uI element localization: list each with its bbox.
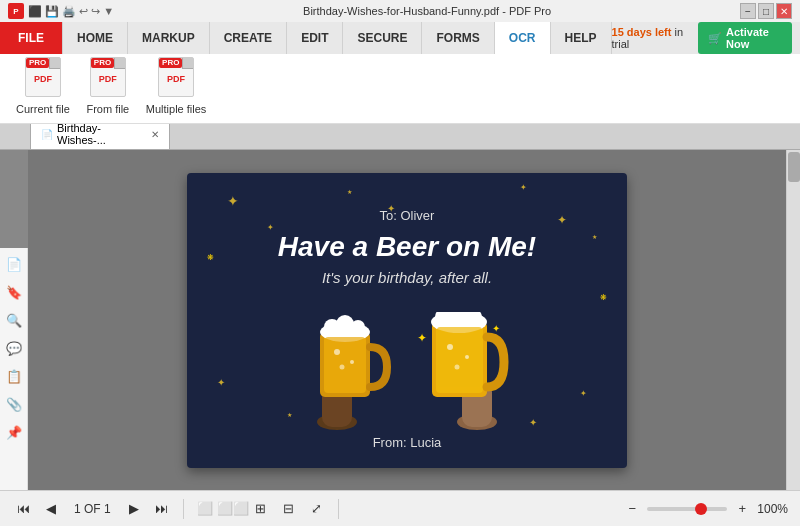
document-tab[interactable]: 📄 Birthday-Wishes-... ✕ [30, 124, 170, 149]
pdf-from-text: From: Lucia [373, 435, 442, 450]
zoom-controls: − + 100% [621, 498, 788, 520]
document-canvas: ✦ ✦ ★ ✦ ✦ ✦ ★ ✦ ★ ✦ ✦ ❋ ❋ To: Oliver Hav… [28, 150, 786, 490]
sparkle-3: ★ [347, 188, 352, 195]
title-bar: P ⬛ 💾 🖨️ ↩ ↪ ▼ Birthday-Wishes-for-Husba… [0, 0, 800, 22]
from-file-icon: PRO PDF [86, 55, 130, 99]
main-area: 📄 🔖 🔍 💬 📋 📎 📌 📄 Birthday-Wishes-... ✕ ✦ … [0, 124, 800, 490]
svg-text:✦: ✦ [417, 331, 427, 345]
svg-text:✦: ✦ [492, 323, 500, 334]
svg-rect-8 [325, 337, 365, 387]
minimize-button[interactable]: − [740, 3, 756, 19]
sparkle-1: ✦ [227, 193, 239, 209]
doc-tab-close-button[interactable]: ✕ [151, 129, 159, 140]
cart-icon: 🛒 [708, 32, 722, 45]
svg-point-22 [465, 355, 469, 359]
bottom-toolbar: ⏮ ◀ 1 OF 1 ▶ ⏭ ⬜ ⬜⬜ ⊞ ⊟ ⤢ − + 100% [0, 490, 800, 526]
sparkle-7: ★ [592, 233, 597, 240]
pdf-to-text: To: Oliver [278, 208, 536, 223]
prev-page-button[interactable]: ◀ [40, 498, 62, 520]
sparkle-5: ✦ [520, 183, 527, 192]
ribbon: FILE HOME MARKUP CREATE EDIT SECURE FORM… [0, 22, 800, 125]
tab-bar: FILE HOME MARKUP CREATE EDIT SECURE FORM… [0, 22, 800, 54]
scroll-thumb[interactable] [788, 152, 800, 182]
svg-point-6 [336, 315, 354, 333]
window-controls[interactable]: − □ ✕ [740, 3, 792, 19]
tab-ocr[interactable]: OCR [495, 22, 551, 54]
sparkle-10: ✦ [580, 389, 587, 398]
app-title: Birthday-Wishes-for-Husband-Funny.pdf - … [114, 5, 740, 17]
pdf-title-text: Have a Beer on Me! [278, 231, 536, 263]
sidebar-bookmark-icon[interactable]: 🔖 [4, 282, 24, 302]
sparkle-13: ❋ [600, 293, 607, 302]
separator-2 [338, 499, 339, 519]
sidebar-comment-icon[interactable]: 💬 [4, 338, 24, 358]
trial-days: 15 days left in trial [612, 26, 690, 50]
svg-point-9 [334, 349, 340, 355]
tab-home[interactable]: HOME [63, 22, 128, 54]
zoom-thumb[interactable] [695, 503, 707, 515]
sparkle-11: ✦ [529, 417, 537, 428]
fit-page-button[interactable]: ⤢ [306, 498, 328, 520]
sidebar-layers-icon[interactable]: 📋 [4, 366, 24, 386]
doc-tab-label: Birthday-Wishes-... [57, 124, 143, 146]
activate-button[interactable]: 🛒 Activate Now [698, 22, 792, 54]
sparkle-8: ✦ [217, 377, 225, 388]
tab-markup[interactable]: MARKUP [128, 22, 210, 54]
zoom-out-button[interactable]: − [621, 498, 643, 520]
tab-secure[interactable]: SECURE [343, 22, 422, 54]
svg-point-7 [351, 320, 365, 334]
tab-create[interactable]: CREATE [210, 22, 287, 54]
sidebar-page-icon[interactable]: 📄 [4, 254, 24, 274]
svg-point-21 [447, 344, 453, 350]
title-bar-left: P ⬛ 💾 🖨️ ↩ ↪ ▼ [8, 3, 114, 19]
beer-illustration: ✦ ✦ [302, 312, 512, 432]
close-button[interactable]: ✕ [776, 3, 792, 19]
ocr-toolbar: PRO PDF Current file PRO PDF From file P… [0, 54, 800, 124]
last-page-button[interactable]: ⏭ [151, 498, 173, 520]
single-page-view-button[interactable]: ⬜ [194, 498, 216, 520]
grid-view-button[interactable]: ⊞ [250, 498, 272, 520]
sparkle-2: ✦ [267, 223, 274, 232]
vertical-scrollbar[interactable] [786, 150, 800, 490]
right-beer-mug: ✦ ✦ [412, 312, 512, 432]
sparkle-6: ✦ [557, 213, 567, 227]
svg-rect-20 [437, 327, 482, 387]
document-tab-strip: 📄 Birthday-Wishes-... ✕ [0, 124, 800, 150]
sparkle-9: ★ [287, 411, 292, 418]
svg-point-11 [340, 365, 345, 370]
next-page-button[interactable]: ▶ [123, 498, 145, 520]
from-file-label: From file [86, 103, 129, 115]
pdf-subtitle-text: It's your birthday, after all. [278, 269, 536, 286]
thumbnail-view-button[interactable]: ⊟ [278, 498, 300, 520]
zoom-value: 100% [757, 502, 788, 516]
sidebar-attach-icon[interactable]: 📎 [4, 394, 24, 414]
pdf-content-card: ✦ ✦ ★ ✦ ✦ ✦ ★ ✦ ★ ✦ ✦ ❋ ❋ To: Oliver Hav… [187, 173, 627, 468]
multiple-files-icon: PRO PDF [154, 55, 198, 99]
zoom-slider[interactable] [647, 507, 727, 511]
separator-1 [183, 499, 184, 519]
trial-info: 15 days left in trial 🛒 Activate Now [612, 22, 800, 54]
sparkle-12: ❋ [207, 253, 214, 262]
tab-forms[interactable]: FORMS [422, 22, 494, 54]
current-file-label: Current file [16, 103, 70, 115]
maximize-button[interactable]: □ [758, 3, 774, 19]
tab-help[interactable]: HELP [551, 22, 612, 54]
tab-edit[interactable]: EDIT [287, 22, 343, 54]
zoom-in-button[interactable]: + [731, 498, 753, 520]
left-beer-mug [302, 312, 402, 432]
sidebar-search-icon[interactable]: 🔍 [4, 310, 24, 330]
doc-tab-icon: 📄 [41, 129, 53, 140]
svg-point-23 [455, 365, 460, 370]
from-file-tool[interactable]: PRO PDF From file [86, 55, 130, 115]
multiple-files-tool[interactable]: PRO PDF Multiple files [146, 55, 207, 115]
double-page-view-button[interactable]: ⬜⬜ [222, 498, 244, 520]
first-page-button[interactable]: ⏮ [12, 498, 34, 520]
svg-point-10 [350, 360, 354, 364]
tab-file[interactable]: FILE [0, 22, 63, 54]
multiple-files-label: Multiple files [146, 103, 207, 115]
left-sidebar: 📄 🔖 🔍 💬 📋 📎 📌 [0, 248, 28, 490]
page-info: 1 OF 1 [68, 502, 117, 516]
sidebar-location-icon[interactable]: 📌 [4, 422, 24, 442]
current-file-icon: PRO PDF [21, 55, 65, 99]
current-file-tool[interactable]: PRO PDF Current file [16, 55, 70, 115]
